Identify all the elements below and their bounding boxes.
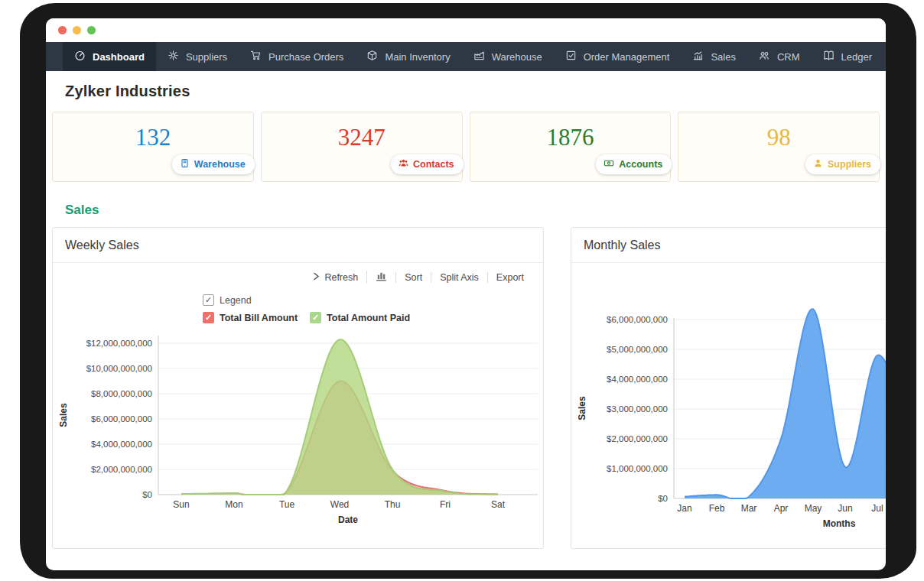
- svg-text:$6,000,000,000: $6,000,000,000: [607, 315, 668, 324]
- nav-item-label: Warehouse: [492, 51, 542, 63]
- svg-text:Jun: Jun: [838, 503, 852, 514]
- refresh-chevron-icon: [313, 272, 320, 283]
- window-titlebar: [46, 18, 886, 42]
- svg-text:Tue: Tue: [279, 499, 295, 510]
- nav-item-warehouse[interactable]: Warehouse: [462, 42, 554, 71]
- chart-type-button[interactable]: [366, 271, 395, 284]
- svg-text:$8,000,000,000: $8,000,000,000: [91, 389, 152, 398]
- nav-item-label: Ledger: [841, 51, 872, 63]
- nav-item-label: Purchase Orders: [268, 51, 343, 63]
- stat-badge-label: Suppliers: [828, 159, 871, 170]
- monthly-chart-svg: $0$1,000,000,000$2,000,000,000$3,000,000…: [576, 298, 886, 540]
- close-button[interactable]: [58, 26, 67, 34]
- svg-text:$10,000,000,000: $10,000,000,000: [86, 364, 152, 373]
- svg-text:$3,000,000,000: $3,000,000,000: [607, 404, 668, 414]
- nav-item-crm[interactable]: CRM: [747, 42, 812, 71]
- supplier-icon: [813, 158, 823, 170]
- svg-text:$12,000,000,000: $12,000,000,000: [86, 339, 152, 348]
- svg-text:Sales: Sales: [577, 396, 587, 420]
- refresh-label: Refresh: [324, 272, 358, 283]
- nav-item-main-inventory[interactable]: Main Inventory: [355, 42, 461, 71]
- nav-item-label: Sales: [711, 51, 736, 63]
- legend-master-label: Legend: [220, 295, 252, 306]
- svg-text:May: May: [805, 503, 822, 514]
- svg-text:$5,000,000,000: $5,000,000,000: [607, 345, 668, 354]
- stat-badge-label: Accounts: [619, 159, 662, 170]
- stat-card-warehouse: 132 Warehouse: [52, 112, 254, 182]
- gauge-icon: [74, 50, 86, 63]
- main-nav: Dashboard Suppliers Purchase Orders Main…: [46, 42, 886, 71]
- bar-chart-type-icon: [376, 271, 387, 284]
- svg-text:Jul: Jul: [871, 503, 883, 514]
- weekly-sales-card: Weekly Sales Refresh Sort Split Axis: [52, 227, 544, 549]
- stat-card-contacts: 3247 Contacts: [261, 112, 463, 182]
- sort-label: Sort: [405, 272, 422, 283]
- stat-value: 1876: [470, 124, 671, 151]
- legend-master-checkbox[interactable]: ✓ Legend: [203, 294, 543, 306]
- nav-item-sales[interactable]: Sales: [681, 42, 747, 71]
- split-axis-label: Split Axis: [440, 272, 479, 283]
- svg-text:Sun: Sun: [173, 499, 189, 510]
- svg-text:Mon: Mon: [225, 499, 242, 510]
- gear-icon: [168, 50, 179, 63]
- svg-text:$6,000,000,000: $6,000,000,000: [91, 414, 152, 424]
- svg-text:$1,000,000,000: $1,000,000,000: [607, 464, 668, 473]
- svg-text:Date: Date: [338, 514, 358, 525]
- svg-text:$0: $0: [142, 490, 152, 499]
- nav-item-purchase-orders[interactable]: Purchase Orders: [239, 42, 355, 71]
- legend-item-total-bill-amount[interactable]: ✓ Total Bill Amount: [203, 312, 298, 323]
- people-icon: [759, 50, 770, 63]
- export-button[interactable]: Export: [487, 272, 532, 283]
- contacts-icon: [399, 158, 408, 170]
- svg-text:Sat: Sat: [491, 499, 506, 510]
- svg-text:$0: $0: [658, 494, 668, 503]
- checkbox-checked-icon: ✓: [203, 312, 214, 323]
- warehouse-badge[interactable]: Warehouse: [172, 154, 255, 174]
- app-window: Dashboard Suppliers Purchase Orders Main…: [46, 18, 886, 570]
- nav-item-label: Order Management: [584, 51, 670, 63]
- monthly-sales-title: Monthly Sales: [571, 228, 886, 263]
- cart-icon: [250, 50, 262, 63]
- bar-chart-icon: [692, 50, 704, 63]
- stat-badge-label: Contacts: [413, 159, 454, 170]
- svg-text:Wed: Wed: [330, 499, 349, 510]
- sort-button[interactable]: Sort: [395, 272, 431, 283]
- contacts-badge[interactable]: Contacts: [391, 154, 463, 174]
- charts-row: Weekly Sales Refresh Sort Split Axis: [52, 227, 880, 549]
- split-axis-button[interactable]: Split Axis: [431, 272, 487, 283]
- svg-text:Mar: Mar: [741, 503, 757, 514]
- nav-item-dashboard[interactable]: Dashboard: [63, 42, 156, 71]
- stat-cards-row: 132 Warehouse 3247 Contacts 1876 Account…: [52, 112, 880, 182]
- warehouse-icon: [180, 158, 190, 170]
- legend-item-total-amount-paid[interactable]: ✓ Total Amount Paid: [310, 312, 410, 323]
- nav-item-order-management[interactable]: Order Management: [554, 42, 682, 71]
- svg-text:Jan: Jan: [677, 503, 691, 514]
- suppliers-badge[interactable]: Suppliers: [805, 154, 880, 174]
- svg-text:Thu: Thu: [385, 499, 401, 510]
- nav-item-ledger[interactable]: Ledger: [812, 42, 883, 71]
- building-icon: [473, 50, 485, 63]
- accounts-badge[interactable]: Accounts: [596, 154, 672, 174]
- stat-value: 98: [678, 124, 879, 151]
- nav-item-label: Suppliers: [186, 51, 227, 63]
- checkbox-checked-icon: ✓: [310, 312, 321, 323]
- legend-item-label: Total Bill Amount: [220, 313, 298, 323]
- minimize-button[interactable]: [73, 26, 81, 34]
- stat-value: 3247: [262, 124, 462, 151]
- svg-text:Fri: Fri: [440, 499, 451, 510]
- cube-icon: [366, 50, 378, 63]
- nav-item-label: Dashboard: [93, 51, 145, 63]
- svg-text:Apr: Apr: [774, 503, 789, 514]
- checkbox-checked-icon: ✓: [203, 294, 214, 306]
- svg-text:Feb: Feb: [709, 503, 725, 514]
- zoom-button[interactable]: [87, 26, 96, 34]
- page-content: Zylker Industries 132 Warehouse 3247 Con…: [46, 83, 886, 549]
- weekly-chart: $0$2,000,000,000$4,000,000,000$6,000,000…: [53, 325, 543, 531]
- nav-item-suppliers[interactable]: Suppliers: [156, 42, 239, 71]
- svg-text:Months: Months: [823, 518, 856, 529]
- refresh-button[interactable]: Refresh: [304, 272, 366, 283]
- chart-legend: ✓ Legend ✓ Total Bill Amount ✓ Total Amo…: [203, 294, 543, 323]
- stat-value: 132: [53, 124, 253, 151]
- svg-text:$4,000,000,000: $4,000,000,000: [91, 440, 152, 449]
- weekly-sales-title: Weekly Sales: [53, 228, 543, 263]
